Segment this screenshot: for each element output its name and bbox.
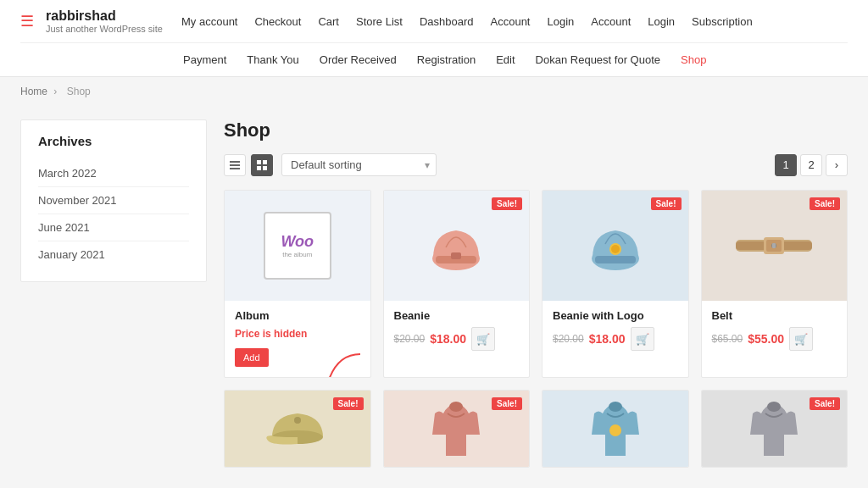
price-hidden-text: Price is hidden: [235, 327, 307, 341]
product-cap: Sale!: [224, 390, 371, 468]
hoodie-blue-svg: [590, 396, 641, 460]
product-hoodie-blue: [542, 390, 689, 468]
hoodie-grey-sale-badge: Sale!: [810, 397, 840, 410]
svg-rect-3: [257, 160, 261, 164]
product-beanie-name[interactable]: Beanie: [394, 309, 520, 322]
sidebar: Archives March 2022 November 2021 June 2…: [20, 119, 207, 468]
product-beanie-logo-image[interactable]: Sale!: [542, 191, 688, 301]
product-belt-info: Belt $65.00 $55.00 🛒: [702, 301, 848, 361]
breadcrumb-home[interactable]: Home: [20, 86, 47, 97]
header-bottom: Payment Thank You Order Received Registr…: [20, 43, 848, 76]
belt-new-price: $55.00: [748, 332, 784, 346]
beanie-blue-svg: [581, 212, 649, 280]
beanie-new-price: $18.00: [430, 332, 466, 346]
shop-toolbar: Default sorting Sort by popularity Sort …: [224, 153, 848, 176]
product-album-price: Price is hidden: [235, 327, 360, 341]
svg-rect-4: [263, 160, 267, 164]
product-hoodie-grey: Sale!: [701, 390, 849, 468]
archive-march-2022[interactable]: March 2022: [38, 160, 189, 187]
nav-account-1[interactable]: Account: [482, 12, 539, 31]
page-2-button[interactable]: 2: [800, 154, 822, 176]
product-hoodie-blue-image[interactable]: [542, 391, 688, 467]
beanie-pink-svg: [422, 212, 490, 280]
nav-shop[interactable]: Shop: [670, 50, 716, 69]
archive-jan-2021[interactable]: January 2021: [38, 241, 189, 268]
pagination: 1 2 ›: [775, 154, 848, 176]
beanie-old-price: $20.00: [394, 333, 426, 345]
belt-cart-button[interactable]: 🛒: [789, 327, 813, 351]
site-tagline: Just another WordPress site: [46, 24, 163, 34]
hoodie-pink-sale-badge: Sale!: [492, 397, 522, 410]
album-add-to-cart: Add: [235, 348, 360, 367]
nav-login-2[interactable]: Login: [639, 12, 683, 31]
logo: rabbirshad Just another WordPress site: [46, 8, 163, 34]
nav-registration[interactable]: Registration: [407, 50, 486, 69]
arrow-annotation: [318, 350, 369, 378]
product-hoodie-pink-image[interactable]: Sale!: [384, 391, 530, 467]
product-belt-price: $65.00 $55.00 🛒: [712, 327, 837, 351]
hamburger-icon[interactable]: ☰: [20, 12, 34, 30]
product-grid-row2: Sale! Sale!: [224, 390, 848, 468]
breadcrumb-current: Shop: [67, 86, 91, 97]
album-add-button[interactable]: Add: [235, 348, 269, 367]
site-header: ☰ rabbirshad Just another WordPress site…: [0, 0, 868, 77]
nav-payment[interactable]: Payment: [173, 50, 236, 69]
cap-svg: [264, 403, 331, 454]
grid-view-button[interactable]: [251, 154, 273, 176]
product-beanie-logo-info: Beanie with Logo $20.00 $18.00 🛒: [542, 301, 688, 361]
product-beanie-image[interactable]: Sale!: [384, 191, 530, 301]
nav-login-1[interactable]: Login: [538, 12, 582, 31]
nav-cart[interactable]: Cart: [309, 12, 348, 31]
nav-thank-you[interactable]: Thank You: [236, 50, 309, 69]
svg-rect-5: [257, 166, 261, 170]
bottom-navigation: Payment Thank You Order Received Registr…: [173, 50, 716, 69]
breadcrumb: Home › Shop: [0, 77, 868, 106]
product-hoodie-grey-image[interactable]: Sale!: [702, 391, 848, 467]
nav-store-list[interactable]: Store List: [348, 12, 411, 31]
svg-point-24: [609, 424, 621, 436]
main-content: Archives March 2022 November 2021 June 2…: [0, 106, 868, 481]
hoodie-grey-svg: [748, 396, 799, 460]
beanie-logo-cart-button[interactable]: 🛒: [631, 327, 654, 351]
svg-point-21: [294, 417, 301, 424]
beanie-cart-button[interactable]: 🛒: [471, 327, 495, 351]
hoodie-pink-svg: [431, 396, 481, 460]
product-album-info: Album Price is hidden Add: [225, 301, 370, 377]
nav-subscription[interactable]: Subscription: [683, 12, 761, 31]
nav-edit[interactable]: Edit: [486, 50, 525, 69]
nav-dashboard[interactable]: Dashboard: [411, 12, 482, 31]
archive-nov-2021[interactable]: November 2021: [38, 187, 189, 214]
archives-widget: Archives March 2022 November 2021 June 2…: [20, 119, 207, 282]
view-icons: [224, 154, 273, 176]
belt-svg: [732, 225, 816, 267]
product-cap-image[interactable]: Sale!: [225, 391, 370, 467]
logo-area: ☰ rabbirshad Just another WordPress site: [20, 8, 173, 34]
product-beanie-logo-name[interactable]: Beanie with Logo: [553, 309, 678, 322]
sort-select[interactable]: Default sorting Sort by popularity Sort …: [281, 153, 437, 176]
product-album-image[interactable]: Woo the album: [225, 191, 370, 301]
product-hoodie-pink: Sale!: [383, 390, 531, 468]
archive-june-2021[interactable]: June 2021: [38, 214, 189, 241]
woo-subtitle: the album: [282, 251, 312, 258]
page-next-button[interactable]: ›: [826, 154, 848, 176]
svg-point-25: [767, 402, 781, 412]
nav-account-2[interactable]: Account: [582, 12, 639, 31]
list-view-button[interactable]: [224, 154, 246, 176]
nav-dokan[interactable]: Dokan Request for Quote: [526, 50, 670, 69]
nav-my-account[interactable]: My account: [173, 12, 246, 31]
svg-point-23: [609, 402, 622, 412]
nav-order-received[interactable]: Order Received: [309, 50, 407, 69]
nav-checkout[interactable]: Checkout: [246, 12, 309, 31]
product-beanie-info: Beanie $20.00 $18.00 🛒: [384, 301, 530, 361]
product-belt-name[interactable]: Belt: [712, 309, 837, 322]
svg-point-13: [611, 245, 620, 253]
beanie-logo-sale-badge: Sale!: [651, 197, 682, 210]
product-beanie-price: $20.00 $18.00 🛒: [394, 327, 520, 351]
belt-sale-badge: Sale!: [810, 197, 840, 210]
product-album-name[interactable]: Album: [235, 309, 360, 322]
svg-rect-19: [772, 243, 776, 248]
page-1-button[interactable]: 1: [775, 154, 797, 176]
cap-sale-badge: Sale!: [333, 397, 364, 410]
product-belt-image[interactable]: Sale!: [702, 191, 848, 301]
product-beanie-logo-price: $20.00 $18.00 🛒: [553, 327, 678, 351]
